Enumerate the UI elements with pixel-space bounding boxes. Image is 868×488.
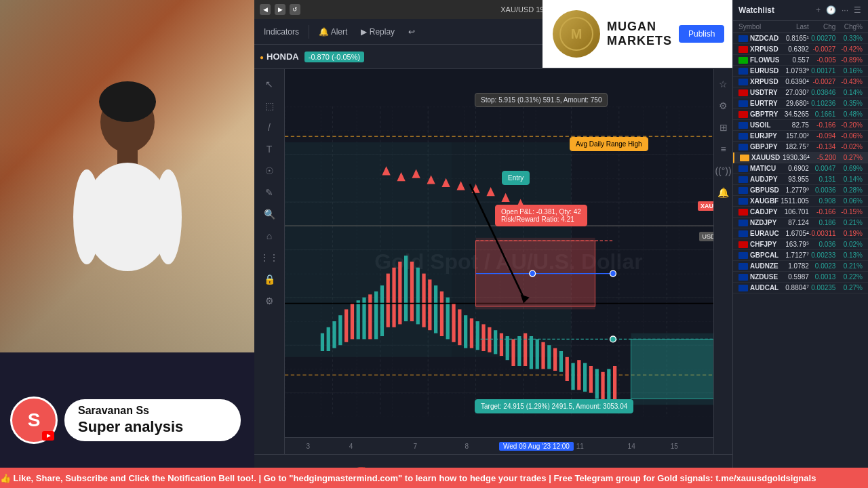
watchlist-row[interactable]: XRPUSD 0.6390⁴ -0.0027 -0.43% — [733, 77, 868, 87]
watchlist-row[interactable]: GBPJPY 182.75⁷ -0.134 -0.02% — [733, 142, 868, 152]
watchlist-clock-icon[interactable]: 🕐 — [825, 4, 837, 16]
cursor-icon[interactable]: ↖ — [260, 75, 279, 94]
wl-chg: 0.131 — [809, 176, 836, 183]
wl-chg: -0.0027 — [809, 45, 836, 53]
time-label-11: 11 — [576, 443, 584, 450]
svg-rect-50 — [380, 285, 384, 336]
pattern-icon[interactable]: ⋮⋮ — [260, 248, 279, 267]
toolbar-indicators[interactable]: Indicators — [260, 24, 303, 39]
draw-icon[interactable]: ⬚ — [260, 96, 279, 115]
wl-chg: -0.166 — [809, 121, 836, 129]
watchlist-row[interactable]: MATICU 0.6902 0.0047 0.69% — [733, 163, 868, 174]
avatar-bubble: S ▶ — [10, 396, 58, 444]
watchlist-row[interactable]: NZDJPY 87.124 0.186 0.21% — [733, 218, 868, 228]
wl-pct: -0.20% — [835, 121, 863, 129]
watchlist-row[interactable]: EURJPY 157.00² -0.094 -0.06% — [733, 131, 868, 142]
alert-icon: 🔔 — [319, 27, 329, 37]
svg-rect-79 — [553, 348, 557, 371]
svg-rect-48 — [368, 294, 372, 339]
svg-rect-68 — [488, 327, 491, 352]
home-icon[interactable]: ⌂ — [260, 226, 279, 245]
watchlist-more-icon[interactable]: ··· — [840, 4, 850, 16]
watchlist-row[interactable]: NZDUSE 0.5987 0.0013 0.22% — [733, 272, 868, 283]
wl-last: 87.124 — [778, 219, 809, 226]
lock-icon[interactable]: 🔒 — [260, 270, 279, 289]
watchlist-row[interactable]: XAUGBF 1511.005 0.908 0.06% — [733, 196, 868, 207]
wl-chg: -0.134 — [809, 143, 836, 150]
refresh-icon[interactable]: ↺ — [290, 4, 300, 15]
svg-point-4 — [73, 169, 100, 264]
toolbar-replay[interactable]: ▶ Replay — [357, 24, 399, 39]
pencil-icon[interactable]: ✎ — [260, 183, 279, 202]
watchlist-row[interactable]: USDTRY 27.030⁷ 0.03846 0.14% — [733, 87, 868, 98]
watchlist-row[interactable]: XAUUSD 1930.36⁴ -5.200 0.27% — [733, 152, 868, 163]
publish-button[interactable]: Publish — [679, 25, 724, 43]
watchlist-rows: NZDCAD 0.8165¹ 0.00270 0.33% XRPUSD 0.63… — [733, 33, 868, 293]
watchlist-row[interactable]: USOIL 82.75 -0.166 -0.20% — [733, 120, 868, 131]
line-icon[interactable]: / — [260, 118, 279, 137]
star-right-icon[interactable]: ☆ — [714, 75, 733, 94]
time-label-7: 7 — [414, 443, 418, 450]
svg-rect-70 — [500, 333, 503, 356]
flag-icon — [738, 144, 748, 150]
watchlist-row[interactable]: XRPUSD 0.6392 -0.0027 -0.42% — [733, 44, 868, 55]
watchlist-row[interactable]: AUDNZE 1.0782 0.0023 0.21% — [733, 261, 868, 272]
wl-symbol: GBPCAL — [738, 251, 778, 259]
logo-circle: M — [553, 10, 600, 58]
flag-icon — [738, 46, 748, 53]
wl-pct: -0.15% — [835, 208, 863, 216]
settings-left-icon[interactable]: ⚙ — [260, 291, 279, 310]
toolbar-alert[interactable]: 🔔 Alert — [315, 24, 351, 39]
text-icon[interactable]: T — [260, 140, 279, 159]
watchlist-row[interactable]: NZDCAD 0.8165¹ 0.00270 0.33% — [733, 33, 868, 44]
flag-icon — [738, 35, 748, 42]
wl-symbol: AUDCAL — [738, 284, 778, 291]
wl-last: 1511.005 — [778, 197, 809, 205]
back-icon[interactable]: ◀ — [260, 4, 271, 15]
watchlist-add-icon[interactable]: + — [814, 4, 822, 16]
svg-rect-45 — [351, 304, 354, 340]
watchlist-row[interactable]: AUDCAL 0.8804⁷ 0.00235 0.27% — [733, 283, 868, 293]
wl-last: 27.030⁷ — [778, 89, 809, 96]
wl-last: 1930.36⁴ — [780, 154, 810, 161]
watchlist-row[interactable]: FLOWUS 0.557 -0.005 -0.89% — [733, 55, 868, 66]
watchlist-row[interactable]: EURTRY 29.680¹ 0.10236 0.35% — [733, 98, 868, 109]
wl-chg: 0.0047 — [809, 165, 836, 172]
wl-symbol: CHFJPY — [738, 241, 778, 248]
list-right-icon[interactable]: ≡ — [714, 140, 733, 159]
watchlist-row[interactable]: EURAUC 1.6705⁴ -0.00311 0.19% — [733, 228, 868, 239]
replay-icon: ▶ — [361, 27, 367, 37]
wl-last: 0.8165¹ — [778, 35, 809, 42]
svg-rect-64 — [464, 315, 467, 348]
wl-symbol: MATICU — [738, 165, 778, 172]
toolbar-undo[interactable]: ↩ — [404, 24, 419, 39]
alert-right-icon[interactable]: ((°)) — [714, 161, 733, 180]
bell-right-icon[interactable]: 🔔 — [714, 183, 733, 202]
watchlist-row[interactable]: GBPTRY 34.5265 0.1661 0.48% — [733, 109, 868, 120]
settings-right-icon[interactable]: ⚙ — [714, 96, 733, 115]
flag-icon — [738, 198, 748, 205]
wl-pct: 0.21% — [835, 262, 863, 270]
forward-icon[interactable]: ▶ — [275, 4, 285, 15]
wl-symbol: XAUGBF — [738, 197, 778, 205]
mugan-logo-area: M MUGAN MARKETS Publish — [542, 0, 732, 68]
grid-right-icon[interactable]: ⊞ — [714, 118, 733, 137]
watchlist-columns: Symbol Last Chg Chg% — [733, 21, 868, 33]
watchlist-row[interactable]: EURUSD 1.0793⁹ 0.00171 0.16% — [733, 66, 868, 77]
wl-symbol: XRPUSD — [738, 78, 778, 85]
wl-last: 163.79⁵ — [778, 241, 809, 248]
svg-rect-74 — [524, 333, 527, 366]
wl-symbol: GBPUSD — [738, 186, 779, 194]
zoom-icon[interactable]: 🔍 — [260, 205, 279, 224]
measure-icon[interactable]: ☉ — [260, 161, 279, 180]
watchlist-row[interactable]: CHFJPY 163.79⁵ 0.036 0.02% — [733, 239, 868, 250]
wl-symbol: USDTRY — [738, 89, 778, 96]
watchlist-row[interactable]: GBPCAL 1.7127⁷ 0.00233 0.13% — [733, 250, 868, 261]
watchlist-row[interactable]: CADJPY 106.701 -0.166 -0.15% — [733, 207, 868, 218]
svg-point-98 — [610, 270, 616, 277]
svg-rect-78 — [547, 345, 551, 369]
watchlist-row[interactable]: AUDJPY 93.955 0.131 0.14% — [733, 174, 868, 185]
watchlist-sidebar-icon[interactable]: ☰ — [852, 4, 863, 16]
flag-icon — [738, 187, 748, 194]
watchlist-row[interactable]: GBPUSD 1.2779⁰ 0.0036 0.28% — [733, 185, 868, 196]
